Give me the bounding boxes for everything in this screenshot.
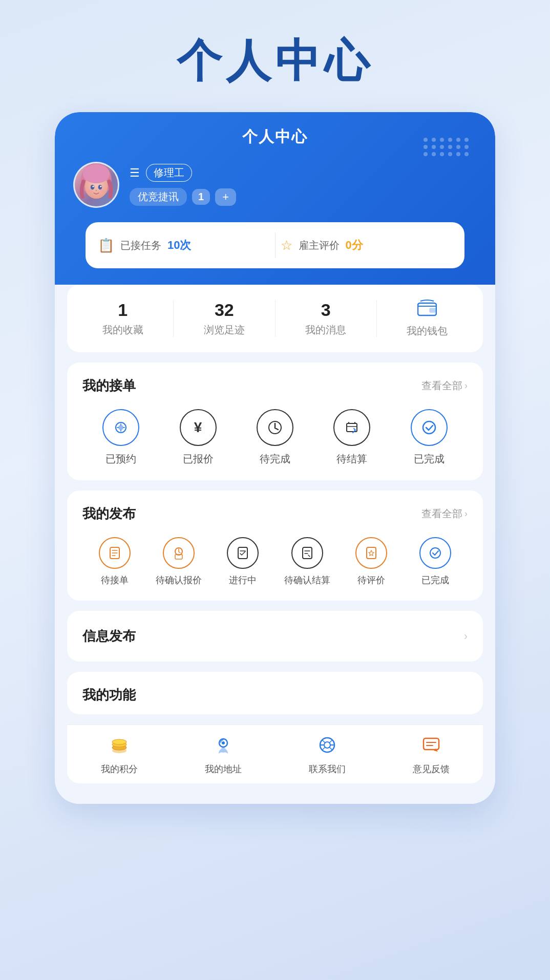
svg-point-2: [83, 164, 110, 183]
confirm-settle-icon: [291, 537, 323, 569]
svg-point-32: [222, 741, 225, 744]
publish-grid: 待接单 待确认报价: [82, 537, 468, 586]
orders-title: 我的接单: [82, 377, 136, 395]
feedback-icon: [421, 735, 441, 759]
wallet-label: 我的钱包: [382, 324, 473, 338]
pub-item-done[interactable]: 已完成: [404, 537, 468, 586]
quoted-label: 已报价: [183, 452, 214, 466]
review-icon: [355, 537, 387, 569]
booked-icon: [102, 409, 139, 446]
pub-item-confirm-quote[interactable]: 待确认报价: [146, 537, 210, 586]
nav-feedback[interactable]: 意见反馈: [413, 735, 450, 775]
nav-address-label: 我的地址: [205, 763, 242, 775]
order-item-booked[interactable]: 已预约: [102, 409, 139, 466]
profile-top-row: ☰ 修理工: [130, 164, 477, 182]
publish-section: 我的发布 查看全部 › 待接单: [67, 491, 483, 601]
star-icon: ☆: [281, 238, 292, 253]
svg-point-6: [100, 186, 101, 187]
pub-item-waiting[interactable]: 待接单: [82, 537, 146, 586]
settlement-icon: [333, 409, 370, 446]
functions-section: 我的功能: [67, 672, 483, 714]
nav-address[interactable]: 我的地址: [205, 735, 242, 775]
svg-point-4: [98, 185, 102, 189]
pub-item-review[interactable]: 待评价: [339, 537, 403, 586]
wallet-item[interactable]: 我的钱包: [377, 299, 478, 338]
bottom-nav: 我的积分 我的地址: [67, 725, 483, 783]
decorative-dots: [424, 138, 470, 156]
in-progress-label: 进行中: [229, 574, 257, 586]
pub-done-icon: [419, 537, 451, 569]
pub-done-label: 已完成: [421, 574, 449, 586]
browsing-label: 浏览足迹: [179, 323, 269, 337]
favorites-value: 1: [77, 300, 168, 320]
svg-rect-21: [303, 547, 312, 559]
svg-rect-35: [424, 738, 439, 750]
task-value: 10次: [167, 238, 191, 253]
in-progress-icon: [227, 537, 259, 569]
publish-title: 我的发布: [82, 505, 136, 523]
browsing-value: 32: [179, 300, 269, 320]
pub-item-confirm-settle[interactable]: 待确认结算: [275, 537, 339, 586]
order-item-done[interactable]: 已完成: [411, 409, 448, 466]
stats-row: 📋 已接任务 10次 ☆ 雇主评价 0分: [98, 232, 452, 258]
numbers-card: 1 我的收藏 32 浏览足迹 3 我的消息: [67, 285, 483, 352]
stats-card: 📋 已接任务 10次 ☆ 雇主评价 0分: [86, 222, 464, 268]
quoted-icon: ¥: [180, 409, 217, 446]
svg-point-5: [93, 186, 94, 187]
brand-tag: 优竞捷讯: [130, 188, 187, 206]
order-item-settlement[interactable]: 待结算: [333, 409, 370, 466]
svg-point-3: [91, 185, 94, 189]
orders-more-arrow: ›: [464, 380, 468, 391]
svg-point-7: [96, 190, 97, 191]
messages-value: 3: [281, 300, 371, 320]
messages-item[interactable]: 3 我的消息: [276, 300, 377, 337]
orders-header: 我的接单 查看全部 ›: [82, 377, 468, 395]
pending-label: 待完成: [260, 452, 290, 466]
menu-icon[interactable]: ☰: [130, 167, 140, 179]
wallet-icon: [382, 299, 473, 321]
profile-info: ☰ 修理工 优竞捷讯 1 +: [130, 164, 477, 206]
settlement-label: 待结算: [336, 452, 367, 466]
avatar-image: [75, 163, 118, 206]
info-publish-card[interactable]: 信息发布 ›: [67, 611, 483, 662]
orders-more[interactable]: 查看全部 ›: [421, 379, 468, 393]
info-publish-arrow: ›: [464, 630, 468, 643]
confirm-quote-label: 待确认报价: [156, 574, 202, 586]
nav-points[interactable]: 我的积分: [101, 735, 138, 775]
pending-icon: [257, 409, 293, 446]
order-item-quoted[interactable]: ¥ 已报价: [180, 409, 217, 466]
svg-point-16: [423, 421, 435, 434]
publish-more-text: 查看全部: [421, 507, 462, 521]
profile-tags: 优竞捷讯 1 +: [130, 188, 477, 206]
orders-section: 我的接单 查看全部 › 已预约: [67, 363, 483, 480]
pub-item-in-progress[interactable]: 进行中: [211, 537, 275, 586]
phone-content: 1 我的收藏 32 浏览足迹 3 我的消息: [55, 285, 495, 804]
nav-contact[interactable]: 联系我们: [309, 735, 346, 775]
avatar[interactable]: [73, 162, 119, 208]
nav-feedback-label: 意见反馈: [413, 763, 450, 775]
task-stat[interactable]: 📋 已接任务 10次: [98, 238, 270, 253]
booked-label: 已预约: [105, 452, 136, 466]
rating-stat[interactable]: ☆ 雇主评价 0分: [281, 238, 453, 253]
publish-header: 我的发布 查看全部 ›: [82, 505, 468, 523]
header-title: 个人中心: [73, 126, 477, 147]
contact-icon: [318, 735, 337, 759]
page-bg-title: 个人中心: [0, 0, 550, 112]
info-publish-row: 信息发布 ›: [82, 623, 468, 649]
publish-more-arrow: ›: [464, 508, 468, 519]
svg-point-9: [100, 189, 104, 193]
svg-rect-22: [367, 547, 376, 559]
publish-more[interactable]: 查看全部 ›: [421, 507, 468, 521]
functions-header: 我的功能: [82, 686, 468, 704]
browsing-item[interactable]: 32 浏览足迹: [174, 300, 275, 337]
done-icon: [411, 409, 448, 446]
order-item-pending[interactable]: 待完成: [257, 409, 293, 466]
rating-value: 0分: [346, 238, 363, 253]
confirm-settle-label: 待确认结算: [284, 574, 330, 586]
waiting-label: 待接单: [101, 574, 129, 586]
stat-divider: [275, 232, 276, 258]
plus-tag[interactable]: +: [215, 188, 236, 206]
role-badge: 修理工: [146, 164, 192, 182]
favorites-item[interactable]: 1 我的收藏: [72, 300, 174, 337]
nav-contact-label: 联系我们: [309, 763, 346, 775]
